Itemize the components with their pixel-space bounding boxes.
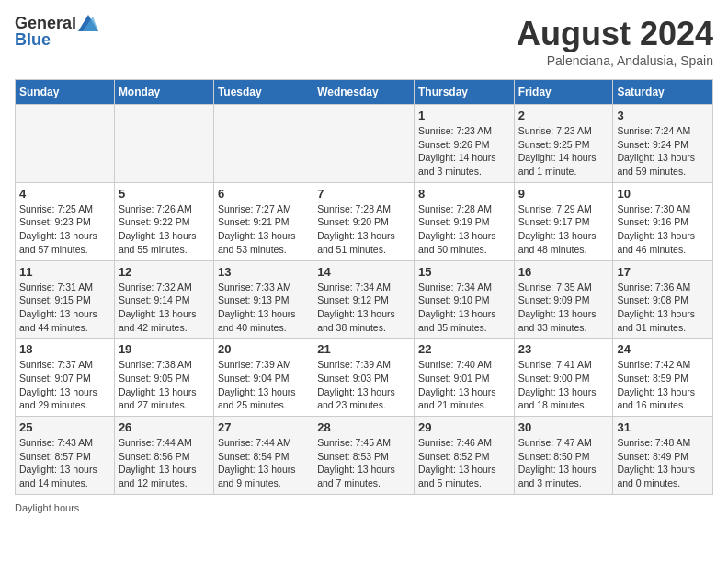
day-info: Sunrise: 7:44 AM Sunset: 8:54 PM Dayligh… xyxy=(218,436,309,490)
day-info: Sunrise: 7:30 AM Sunset: 9:16 PM Dayligh… xyxy=(617,202,709,257)
calendar-cell: 27Sunrise: 7:44 AM Sunset: 8:54 PM Dayli… xyxy=(213,417,313,495)
calendar-cell: 15Sunrise: 7:34 AM Sunset: 9:10 PM Dayli… xyxy=(414,260,514,339)
day-info: Sunrise: 7:47 AM Sunset: 8:50 PM Dayligh… xyxy=(518,436,609,490)
day-info: Sunrise: 7:43 AM Sunset: 8:57 PM Dayligh… xyxy=(19,436,110,490)
calendar-cell: 24Sunrise: 7:42 AM Sunset: 8:59 PM Dayli… xyxy=(613,339,713,417)
calendar-cell: 1Sunrise: 7:23 AM Sunset: 9:26 PM Daylig… xyxy=(414,105,514,183)
calendar-cell: 21Sunrise: 7:39 AM Sunset: 9:03 PM Dayli… xyxy=(313,339,415,417)
day-number: 30 xyxy=(518,420,609,434)
calendar-cell: 3Sunrise: 7:24 AM Sunset: 9:24 PM Daylig… xyxy=(613,105,713,183)
weekday-header-tuesday: Tuesday xyxy=(213,80,313,105)
logo-icon xyxy=(78,15,98,31)
day-info: Sunrise: 7:24 AM Sunset: 9:24 PM Dayligh… xyxy=(617,124,709,178)
logo: General Blue xyxy=(15,15,98,48)
weekday-header-thursday: Thursday xyxy=(414,80,514,105)
day-number: 3 xyxy=(617,109,709,122)
day-number: 27 xyxy=(218,420,309,434)
day-number: 2 xyxy=(518,109,609,122)
calendar-cell: 17Sunrise: 7:36 AM Sunset: 9:08 PM Dayli… xyxy=(613,260,713,339)
weekday-header-wednesday: Wednesday xyxy=(313,80,415,105)
day-info: Sunrise: 7:27 AM Sunset: 9:21 PM Dayligh… xyxy=(218,202,309,257)
calendar-cell xyxy=(213,105,313,183)
calendar-cell: 28Sunrise: 7:45 AM Sunset: 8:53 PM Dayli… xyxy=(313,417,415,495)
calendar-cell: 29Sunrise: 7:46 AM Sunset: 8:52 PM Dayli… xyxy=(414,417,514,495)
weekday-header-sunday: Sunday xyxy=(16,80,115,105)
day-info: Sunrise: 7:33 AM Sunset: 9:13 PM Dayligh… xyxy=(218,281,309,335)
day-number: 5 xyxy=(119,187,210,201)
title-area: August 2024 Palenciana, Andalusia, Spain xyxy=(517,15,713,68)
day-info: Sunrise: 7:28 AM Sunset: 9:20 PM Dayligh… xyxy=(317,202,410,257)
weekday-header-friday: Friday xyxy=(514,80,613,105)
day-info: Sunrise: 7:46 AM Sunset: 8:52 PM Dayligh… xyxy=(418,436,510,490)
day-number: 28 xyxy=(317,420,410,434)
calendar-cell: 19Sunrise: 7:38 AM Sunset: 9:05 PM Dayli… xyxy=(114,339,213,417)
calendar-cell: 20Sunrise: 7:39 AM Sunset: 9:04 PM Dayli… xyxy=(213,339,313,417)
day-number: 1 xyxy=(418,109,510,122)
day-number: 23 xyxy=(518,342,609,356)
calendar-cell xyxy=(313,105,415,183)
calendar-cell: 30Sunrise: 7:47 AM Sunset: 8:50 PM Dayli… xyxy=(514,417,613,495)
location-subtitle: Palenciana, Andalusia, Spain xyxy=(517,53,713,68)
day-info: Sunrise: 7:38 AM Sunset: 9:05 PM Dayligh… xyxy=(119,358,210,412)
day-number: 6 xyxy=(218,187,309,201)
day-info: Sunrise: 7:35 AM Sunset: 9:09 PM Dayligh… xyxy=(518,281,609,335)
day-info: Sunrise: 7:36 AM Sunset: 9:08 PM Dayligh… xyxy=(617,281,709,335)
day-number: 4 xyxy=(19,187,110,201)
day-number: 9 xyxy=(518,187,609,201)
weekday-header-saturday: Saturday xyxy=(613,80,713,105)
day-number: 24 xyxy=(617,342,709,356)
calendar-cell: 18Sunrise: 7:37 AM Sunset: 9:07 PM Dayli… xyxy=(16,339,115,417)
calendar-cell: 31Sunrise: 7:48 AM Sunset: 8:49 PM Dayli… xyxy=(613,417,713,495)
day-number: 20 xyxy=(218,342,309,356)
calendar-cell: 10Sunrise: 7:30 AM Sunset: 9:16 PM Dayli… xyxy=(613,182,713,260)
calendar-cell: 23Sunrise: 7:41 AM Sunset: 9:00 PM Dayli… xyxy=(514,339,613,417)
calendar-cell: 12Sunrise: 7:32 AM Sunset: 9:14 PM Dayli… xyxy=(114,260,213,339)
day-info: Sunrise: 7:32 AM Sunset: 9:14 PM Dayligh… xyxy=(119,281,210,335)
calendar-table: SundayMondayTuesdayWednesdayThursdayFrid… xyxy=(15,79,713,495)
calendar-cell: 13Sunrise: 7:33 AM Sunset: 9:13 PM Dayli… xyxy=(213,260,313,339)
day-info: Sunrise: 7:39 AM Sunset: 9:04 PM Dayligh… xyxy=(218,358,309,412)
day-info: Sunrise: 7:26 AM Sunset: 9:22 PM Dayligh… xyxy=(119,202,210,257)
day-number: 10 xyxy=(617,187,709,201)
calendar-cell xyxy=(16,105,115,183)
day-info: Sunrise: 7:23 AM Sunset: 9:25 PM Dayligh… xyxy=(518,124,609,178)
month-year-title: August 2024 xyxy=(517,15,713,53)
day-info: Sunrise: 7:48 AM Sunset: 8:49 PM Dayligh… xyxy=(617,436,709,490)
day-number: 26 xyxy=(119,420,210,434)
day-info: Sunrise: 7:40 AM Sunset: 9:01 PM Dayligh… xyxy=(418,358,510,412)
weekday-header-monday: Monday xyxy=(114,80,213,105)
day-number: 22 xyxy=(418,342,510,356)
calendar-cell: 4Sunrise: 7:25 AM Sunset: 9:23 PM Daylig… xyxy=(16,182,115,260)
logo-general-text: General xyxy=(15,15,76,31)
calendar-cell: 16Sunrise: 7:35 AM Sunset: 9:09 PM Dayli… xyxy=(514,260,613,339)
day-number: 14 xyxy=(317,265,410,279)
calendar-cell: 22Sunrise: 7:40 AM Sunset: 9:01 PM Dayli… xyxy=(414,339,514,417)
day-info: Sunrise: 7:41 AM Sunset: 9:00 PM Dayligh… xyxy=(518,358,609,412)
day-number: 7 xyxy=(317,187,410,201)
day-info: Sunrise: 7:28 AM Sunset: 9:19 PM Dayligh… xyxy=(418,202,510,257)
day-info: Sunrise: 7:25 AM Sunset: 9:23 PM Dayligh… xyxy=(19,202,110,257)
calendar-cell: 2Sunrise: 7:23 AM Sunset: 9:25 PM Daylig… xyxy=(514,105,613,183)
day-number: 16 xyxy=(518,265,609,279)
day-info: Sunrise: 7:42 AM Sunset: 8:59 PM Dayligh… xyxy=(617,358,709,412)
day-number: 8 xyxy=(418,187,510,201)
day-info: Sunrise: 7:23 AM Sunset: 9:26 PM Dayligh… xyxy=(418,124,510,178)
day-number: 17 xyxy=(617,265,709,279)
header: General Blue August 2024 Palenciana, And… xyxy=(15,15,713,68)
day-info: Sunrise: 7:45 AM Sunset: 8:53 PM Dayligh… xyxy=(317,436,410,490)
day-info: Sunrise: 7:39 AM Sunset: 9:03 PM Dayligh… xyxy=(317,358,410,412)
calendar-cell: 11Sunrise: 7:31 AM Sunset: 9:15 PM Dayli… xyxy=(16,260,115,339)
day-number: 21 xyxy=(317,342,410,356)
calendar-cell xyxy=(114,105,213,183)
day-info: Sunrise: 7:29 AM Sunset: 9:17 PM Dayligh… xyxy=(518,202,609,257)
day-number: 12 xyxy=(119,265,210,279)
calendar-cell: 6Sunrise: 7:27 AM Sunset: 9:21 PM Daylig… xyxy=(213,182,313,260)
day-info: Sunrise: 7:34 AM Sunset: 9:10 PM Dayligh… xyxy=(418,281,510,335)
day-number: 11 xyxy=(19,265,110,279)
day-info: Sunrise: 7:37 AM Sunset: 9:07 PM Dayligh… xyxy=(19,358,110,412)
day-number: 18 xyxy=(19,342,110,356)
calendar-cell: 8Sunrise: 7:28 AM Sunset: 9:19 PM Daylig… xyxy=(414,182,514,260)
day-info: Sunrise: 7:44 AM Sunset: 8:56 PM Dayligh… xyxy=(119,436,210,490)
day-number: 31 xyxy=(617,420,709,434)
day-number: 25 xyxy=(19,420,110,434)
